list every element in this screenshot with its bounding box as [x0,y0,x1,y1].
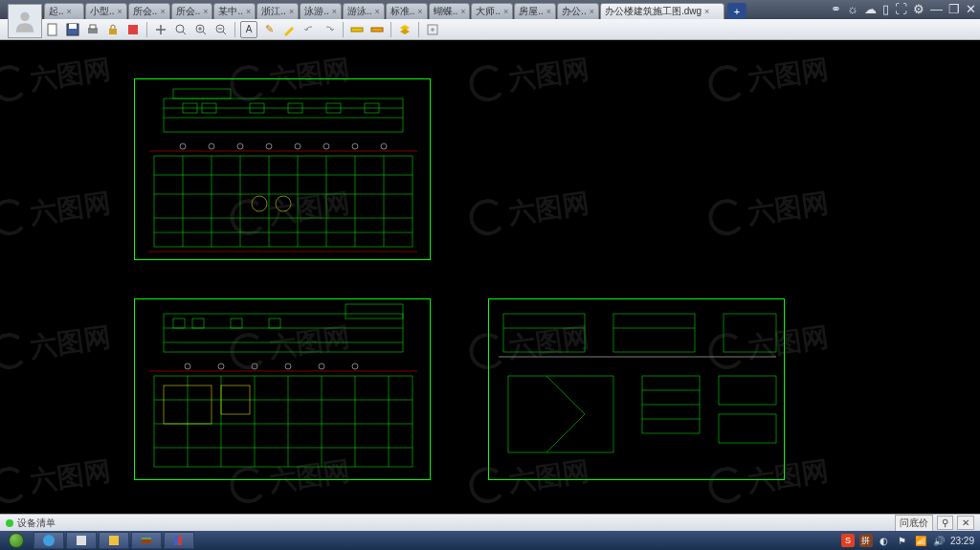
tab-label: 起.. [49,5,64,18]
ime-pinyin-icon[interactable]: 拼 [859,534,873,547]
tab-9[interactable]: 蝴蝶..× [429,3,471,19]
svg-rect-61 [231,319,242,328]
drawing-sheet-1 [134,78,431,260]
measure-button[interactable] [348,21,366,38]
shape-button[interactable] [124,21,142,38]
share-icon[interactable]: ☼ [847,2,858,16]
print-button[interactable] [84,21,101,38]
toolbar-separator [390,22,391,37]
measure2-button[interactable] [368,21,386,38]
fullscreen-icon[interactable]: ⛶ [895,2,907,16]
svg-rect-97 [77,536,86,545]
zoom-fit-button[interactable] [172,21,189,38]
restore-button[interactable]: ❐ [948,2,960,16]
svg-rect-83 [503,314,585,352]
tab-1[interactable]: 小型..× [85,3,127,19]
tab-4[interactable]: 某中..× [213,3,256,19]
tab-8[interactable]: 标准..× [386,3,428,19]
cloud-icon[interactable]: ☁ [864,2,877,16]
tab-add-button[interactable]: + [727,3,746,19]
tab-close-icon[interactable]: × [160,7,165,16]
tab-close-icon[interactable]: × [375,7,380,16]
tab-close-icon[interactable]: × [203,7,208,16]
tray-icon-2[interactable]: ⚑ [896,534,909,547]
watermark: 六图网 [706,185,831,237]
save-button[interactable] [64,21,81,38]
taskbar-app-1[interactable] [33,532,64,549]
tab-label: 标准.. [390,5,415,18]
tab-0[interactable]: 起..× [44,3,84,19]
tab-close-icon[interactable]: × [704,7,709,16]
taskbar-app-2[interactable] [66,532,97,549]
tab-label: 所会.. [176,5,201,18]
tab-close-icon[interactable]: × [118,7,122,16]
tab-2[interactable]: 所会..× [128,3,170,19]
taskbar-app-3[interactable] [99,532,129,549]
zoom-out-button[interactable] [212,21,230,38]
undo-button[interactable] [301,21,318,38]
pan-button[interactable] [152,21,169,38]
tab-active[interactable]: 办公楼建筑施工图.dwg× [600,3,724,19]
taskbar-app-4[interactable] [131,532,162,549]
tab-close-icon[interactable]: × [289,7,294,16]
tab-close-icon[interactable]: × [246,7,251,16]
tab-10[interactable]: 大师..× [471,3,513,19]
tab-label: 办公楼建筑施工图.dwg [605,5,702,18]
tab-7[interactable]: 游泳..× [343,3,385,19]
tab-close-icon[interactable]: × [503,7,508,16]
volume-icon[interactable]: 🔊 [932,534,946,547]
svg-rect-84 [613,314,695,352]
status-search-button[interactable]: ⚲ [937,516,953,530]
svg-rect-30 [154,156,412,247]
text-button[interactable]: A [240,21,257,38]
ime-s-icon[interactable]: S [841,534,855,547]
tab-close-icon[interactable]: × [67,7,72,16]
start-button[interactable] [0,531,33,550]
system-tray: S 拼 ◐ ⚑ 📶 🔊 23:29 [841,534,980,547]
status-indicator-icon [6,519,13,527]
network-icon[interactable]: 📶 [914,534,927,547]
svg-point-79 [252,363,257,369]
svg-point-50 [266,143,272,149]
taskbar-app-5[interactable] [164,532,194,549]
tab-11[interactable]: 房屋..× [514,3,556,19]
lock-button[interactable] [104,21,122,38]
svg-point-53 [352,143,358,149]
layers-button[interactable] [396,21,413,38]
price-button[interactable]: 问底价 [895,515,933,532]
watermark: 六图网 [0,452,113,505]
svg-rect-100 [142,538,151,539]
tab-5[interactable]: 浙江..× [256,3,299,19]
status-device-list[interactable]: 设备清单 [17,517,56,530]
tab-close-icon[interactable]: × [590,7,594,16]
windows-logo-icon [9,533,24,548]
tab-close-icon[interactable]: × [460,7,465,16]
svg-rect-62 [269,319,280,328]
zoom-in-button[interactable] [192,21,210,38]
tab-close-icon[interactable]: × [417,7,422,16]
tab-3[interactable]: 所会..× [171,3,213,19]
tab-close-icon[interactable]: × [546,7,551,16]
tab-6[interactable]: 泳游..× [300,3,342,19]
clock[interactable]: 23:29 [950,536,974,546]
svg-point-77 [185,363,190,369]
tray-icon-1[interactable]: ◐ [878,534,891,547]
tab-12[interactable]: 办公..× [557,3,599,19]
tab-close-icon[interactable]: × [332,7,337,16]
people-icon[interactable]: ⚭ [831,2,841,16]
phone-icon[interactable]: ▯ [882,2,889,16]
new-file-button[interactable] [44,21,61,38]
minimize-button[interactable]: — [930,2,943,16]
pencil-button[interactable]: ✎ [260,21,278,38]
watermark: 六图网 [467,51,591,103]
redo-button[interactable] [321,21,338,38]
close-button[interactable]: ✕ [966,2,976,16]
status-close-button[interactable]: ✕ [957,516,974,530]
export-button[interactable] [424,21,441,38]
tab-label: 某中.. [218,5,243,18]
svg-rect-101 [174,536,178,545]
user-avatar[interactable] [8,4,42,38]
highlight-button[interactable] [280,21,298,38]
drawing-canvas[interactable]: 六图网 六图网 六图网 六图网 六图网 六图网 六图网 六图网 六图网 六图网 … [0,40,980,514]
settings-icon[interactable]: ⚙ [913,2,924,16]
